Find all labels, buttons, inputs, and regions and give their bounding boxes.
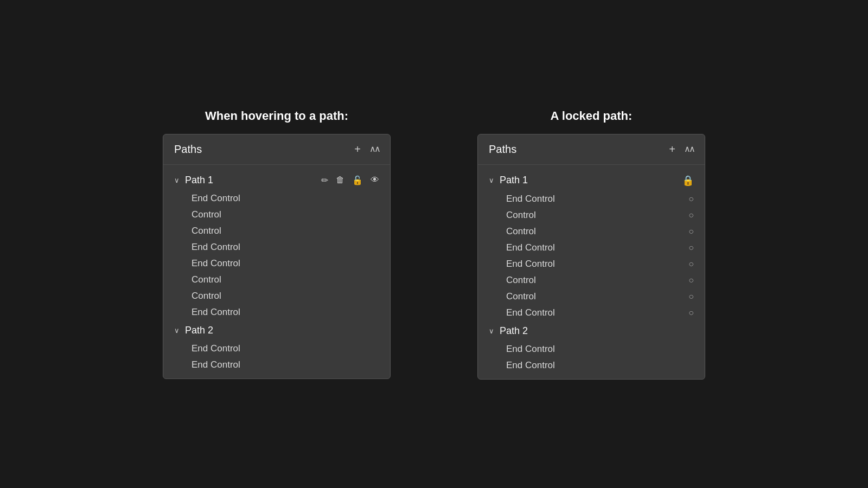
node-circle-icon: ○ [688, 210, 694, 220]
page-container: When hovering to a path: Paths + ∧∧ ∨ Pa… [163, 109, 705, 380]
hover-panel-header: Paths + ∧∧ [163, 134, 390, 165]
item-label: End Control [506, 360, 555, 371]
list-item: Control [163, 207, 390, 223]
hover-section: When hovering to a path: Paths + ∧∧ ∨ Pa… [163, 109, 391, 379]
locked-path1-icons: 🔒 [682, 175, 694, 187]
node-circle-icon: ○ [688, 259, 694, 269]
locked-add-path-button[interactable]: + [669, 144, 675, 155]
list-item: Control ○ [478, 272, 705, 288]
item-label: End Control [192, 242, 240, 253]
list-item: End Control [163, 304, 390, 320]
path1-action-icons: ✏ 🗑 🔓 👁 [321, 175, 379, 185]
hover-panel: Paths + ∧∧ ∨ Path 1 ✏ 🗑 🔓 👁 [163, 134, 391, 379]
locked-path1-chevron[interactable]: ∨ [489, 176, 494, 184]
list-item: End Control [163, 357, 390, 373]
node-circle-icon: ○ [688, 243, 694, 253]
item-label: End Control [192, 193, 240, 204]
item-label: End Control [506, 307, 555, 318]
locked-panel-title: Paths [489, 143, 516, 156]
path2-name: Path 2 [185, 325, 213, 336]
list-item: Control ○ [478, 207, 705, 223]
item-label: End Control [506, 344, 555, 355]
item-label: End Control [192, 258, 240, 269]
list-item: End Control [478, 357, 705, 374]
list-item: Control ○ [478, 223, 705, 240]
hover-panel-header-icons: + ∧∧ [354, 144, 379, 155]
list-item: End Control ○ [478, 305, 705, 321]
locked-panel-header: Paths + ∧∧ [478, 134, 705, 165]
list-item: End Control [163, 255, 390, 272]
add-path-button[interactable]: + [354, 144, 361, 155]
list-item: Control ○ [478, 288, 705, 305]
list-item: End Control [163, 341, 390, 357]
hover-title: When hovering to a path: [205, 109, 348, 123]
item-label: Control [506, 291, 536, 302]
list-item: End Control [163, 190, 390, 207]
item-label: End Control [192, 343, 240, 354]
list-item: End Control [478, 341, 705, 357]
path1-chevron[interactable]: ∨ [174, 176, 180, 184]
list-item: End Control ○ [478, 256, 705, 272]
path1-delete-icon[interactable]: 🗑 [336, 175, 344, 185]
path1-eye-icon[interactable]: 👁 [371, 175, 379, 185]
hover-panel-title: Paths [174, 143, 202, 156]
item-label: Control [506, 210, 536, 221]
list-item: Control [163, 288, 390, 304]
node-circle-icon: ○ [688, 194, 694, 204]
item-label: Control [506, 275, 536, 286]
item-label: End Control [506, 242, 555, 253]
list-item: Control [163, 223, 390, 239]
item-label: End Control [506, 194, 555, 204]
item-label: Control [506, 226, 536, 237]
locked-panel-header-icons: + ∧∧ [669, 144, 694, 155]
list-item: End Control [163, 239, 390, 255]
path2-chevron[interactable]: ∨ [174, 326, 180, 335]
locked-section: A locked path: Paths + ∧∧ ∨ Path 1 🔒 [477, 109, 705, 380]
item-label: Control [192, 291, 221, 301]
locked-path1-header[interactable]: ∨ Path 1 🔒 [478, 170, 705, 191]
list-item: End Control ○ [478, 191, 705, 207]
locked-panel: Paths + ∧∧ ∨ Path 1 🔒 End Control [477, 134, 705, 380]
locked-title: A locked path: [551, 109, 633, 123]
path1-header-hover[interactable]: ∨ Path 1 ✏ 🗑 🔓 👁 [163, 170, 390, 190]
hover-panel-body: ∨ Path 1 ✏ 🗑 🔓 👁 End Control Control [163, 165, 390, 378]
item-label: Control [192, 274, 221, 285]
locked-collapse-all-button[interactable]: ∧∧ [684, 145, 694, 153]
node-circle-icon: ○ [688, 227, 694, 236]
locked-path1-name: Path 1 [500, 175, 528, 186]
item-label: End Control [192, 359, 240, 370]
locked-path2-chevron[interactable]: ∨ [489, 327, 494, 335]
path2-header-hover[interactable]: ∨ Path 2 [163, 320, 390, 341]
collapse-all-button[interactable]: ∧∧ [369, 145, 379, 153]
item-label: End Control [192, 307, 240, 318]
list-item: Control [163, 272, 390, 288]
node-circle-icon: ○ [688, 292, 694, 301]
item-label: Control [192, 209, 221, 220]
path1-name: Path 1 [185, 175, 213, 186]
locked-path2-name: Path 2 [500, 325, 528, 337]
node-circle-icon: ○ [688, 275, 694, 285]
list-item: End Control ○ [478, 240, 705, 256]
path1-edit-icon[interactable]: ✏ [321, 175, 328, 185]
item-label: Control [192, 226, 221, 236]
locked-panel-body: ∨ Path 1 🔒 End Control ○ Control ○ Contr… [478, 165, 705, 379]
path1-lock-icon[interactable]: 🔓 [352, 175, 363, 185]
locked-path1-lock-icon[interactable]: 🔒 [682, 175, 694, 187]
locked-path2-header[interactable]: ∨ Path 2 [478, 321, 705, 341]
item-label: End Control [506, 259, 555, 269]
node-circle-icon: ○ [688, 308, 694, 318]
